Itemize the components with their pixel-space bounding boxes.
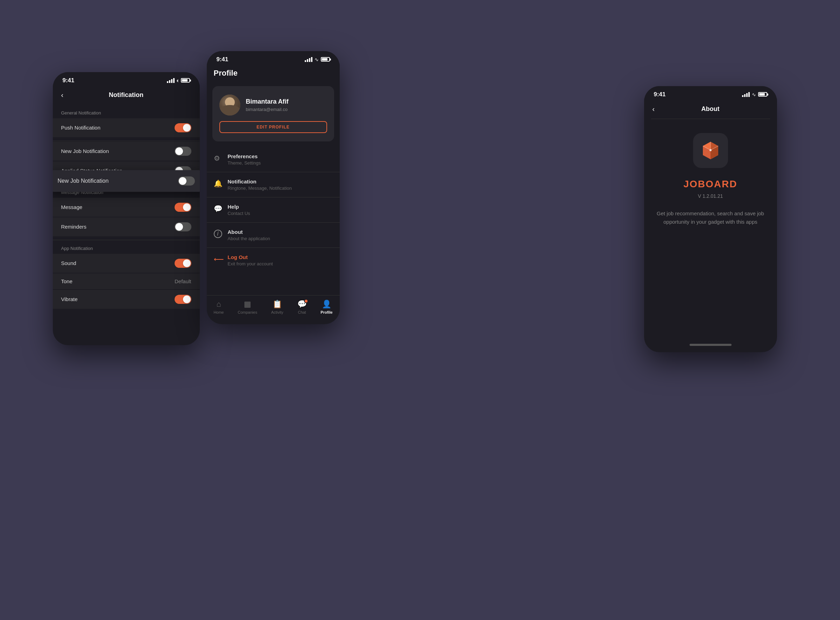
preferences-text: Preferences Theme, Settings	[228, 153, 261, 166]
profile-page-title: Profile	[214, 69, 237, 77]
menu-item-help[interactable]: 💬 Help Contact Us	[207, 197, 340, 223]
status-icons-3: ∿	[742, 92, 767, 97]
section-label-app: App Notification	[53, 240, 200, 254]
about-text: About About the application	[228, 229, 270, 241]
sound-toggle[interactable]	[175, 259, 191, 268]
nav-item-profile[interactable]: 👤 Profile	[321, 299, 332, 315]
settings-item-message: Message	[53, 198, 200, 217]
sound-label: Sound	[61, 260, 76, 266]
message-notification-section: Message Notification Message Reminders	[53, 184, 200, 240]
notification-menu-subtitle: Ringtone, Message, Notification	[228, 185, 292, 191]
profile-name: Bimantara Afif	[246, 98, 327, 105]
menu-item-about[interactable]: i About About the application	[207, 223, 340, 248]
back-button-3[interactable]: ‹	[652, 105, 663, 113]
app-name: JOBOARD	[683, 179, 737, 190]
push-notification-toggle[interactable]	[175, 123, 191, 132]
profile-header-card: Bimantara Afif bimantara@email.co EDIT P…	[212, 86, 334, 141]
battery-icon-1	[181, 78, 190, 83]
help-subtitle: Contact Us	[228, 211, 250, 216]
companies-nav-label: Companies	[238, 310, 258, 315]
nav-item-activity[interactable]: 📋 Activity	[271, 299, 284, 315]
profile-user-row: Bimantara Afif bimantara@email.co	[219, 95, 327, 116]
about-title: About	[228, 229, 270, 235]
settings-item-reminders: Reminders	[53, 217, 200, 236]
notification-icon: 🔔	[214, 179, 222, 188]
help-title: Help	[228, 204, 250, 210]
status-bar-3: 9:41 ∿	[644, 86, 777, 101]
logout-subtitle: Exit from your account	[228, 261, 273, 266]
home-nav-label: Home	[213, 310, 224, 315]
help-text: Help Contact Us	[228, 204, 250, 216]
tooltip-toggle[interactable]	[178, 176, 195, 185]
nav-item-chat[interactable]: 💬 Chat	[297, 299, 307, 315]
menu-item-preferences[interactable]: ⚙ Preferences Theme, Settings	[207, 147, 340, 172]
svg-point-7	[710, 149, 712, 151]
companies-nav-icon: ▦	[244, 299, 251, 309]
reminders-toggle[interactable]	[175, 222, 191, 232]
app-notification-section: App Notification Sound Tone Default Vibr…	[53, 240, 200, 312]
tooltip-text: New Job Notification	[58, 178, 109, 184]
new-job-toggle[interactable]	[175, 147, 191, 156]
app-version: V 1.2.01.21	[698, 193, 723, 199]
notification-content: General Notification Push Notification N…	[53, 105, 200, 345]
about-subtitle: About the application	[228, 236, 270, 241]
vibrate-label: Vibrate	[61, 296, 78, 302]
edit-profile-button[interactable]: EDIT PROFILE	[219, 121, 327, 133]
phone-profile: 9:41 ∿ Profile	[207, 51, 340, 324]
menu-item-logout[interactable]: ⟵ Log Out Exit from your account	[207, 248, 340, 273]
chat-nav-icon: 💬	[297, 299, 307, 309]
wifi-icon-2: ∿	[315, 57, 319, 62]
status-bar-1: 9:41 𝛜	[53, 72, 200, 87]
status-bar-2: 9:41 ∿	[207, 51, 340, 66]
new-job-label: New Job Notification	[61, 148, 109, 154]
nav-item-companies[interactable]: ▦ Companies	[238, 299, 258, 315]
status-time-3: 9:41	[654, 91, 666, 98]
tone-value: Default	[175, 278, 191, 284]
profile-menu: ⚙ Preferences Theme, Settings 🔔 Notifica…	[207, 147, 340, 273]
signal-icon-2	[305, 57, 312, 62]
push-notification-label: Push Notification	[61, 125, 101, 131]
menu-item-notification[interactable]: 🔔 Notification Ringtone, Message, Notifi…	[207, 172, 340, 197]
settings-item-vibrate: Vibrate	[53, 290, 200, 309]
vibrate-toggle[interactable]	[175, 295, 191, 304]
app-icon-container	[693, 133, 728, 168]
profile-info: Bimantara Afif bimantara@email.co	[246, 98, 327, 112]
page-title-1: Notification	[109, 91, 144, 99]
status-time-1: 9:41	[63, 77, 75, 84]
profile-email: bimantara@email.co	[246, 107, 327, 112]
nav-bar-1: ‹ Notification	[53, 87, 200, 105]
app-description: Get job recommendation, search and save …	[655, 209, 766, 226]
logout-text: Log Out Exit from your account	[228, 254, 273, 266]
settings-item-tone: Tone Default	[53, 274, 200, 289]
section-label-general: General Notification	[53, 105, 200, 118]
phone-about: 9:41 ∿ ‹ About	[644, 86, 777, 352]
app-logo-icon	[700, 140, 721, 161]
avatar	[219, 95, 240, 116]
wifi-icon-1: 𝛜	[177, 77, 179, 83]
tone-label: Tone	[61, 278, 73, 284]
status-time-2: 9:41	[216, 56, 228, 63]
notification-menu-title: Notification	[228, 179, 292, 185]
help-icon: 💬	[214, 205, 222, 213]
phone-notification: 9:41 𝛜 ‹ Notification General Notificati…	[53, 72, 200, 345]
settings-item-new-job: New Job Notification	[53, 142, 200, 161]
preferences-subtitle: Theme, Settings	[228, 160, 261, 166]
nav-item-home[interactable]: ⌂ Home	[213, 299, 224, 315]
status-icons-1: 𝛜	[167, 77, 190, 83]
logout-title: Log Out	[228, 254, 273, 260]
general-notification-section: General Notification Push Notification	[53, 105, 200, 141]
home-nav-icon: ⌂	[216, 299, 221, 309]
scene: 9:41 𝛜 ‹ Notification General Notificati…	[35, 30, 805, 590]
notification-menu-text: Notification Ringtone, Message, Notifica…	[228, 179, 292, 191]
signal-icon-1	[167, 78, 175, 83]
status-icons-2: ∿	[305, 57, 330, 62]
avatar-image	[219, 95, 240, 116]
bottom-nav: ⌂ Home ▦ Companies 📋 Activity 💬 Chat 👤	[207, 295, 340, 321]
chat-nav-label: Chat	[298, 310, 306, 315]
signal-icon-3	[742, 92, 750, 97]
message-toggle[interactable]	[175, 203, 191, 212]
back-button-1[interactable]: ‹	[61, 91, 72, 99]
profile-title-bar: Profile	[207, 66, 340, 81]
message-label: Message	[61, 204, 82, 210]
about-content: JOBOARD V 1.2.01.21 Get job recommendati…	[644, 119, 777, 233]
